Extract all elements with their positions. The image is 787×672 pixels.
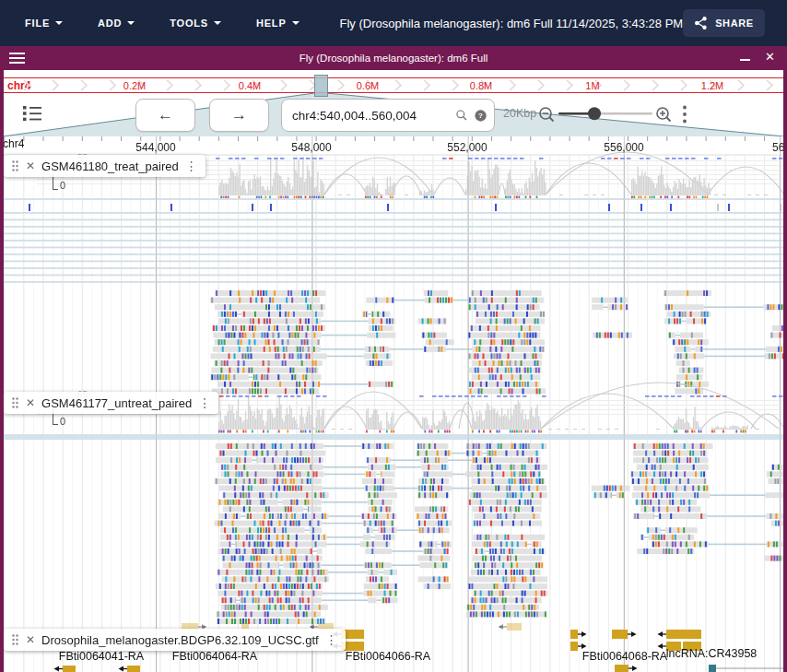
- view-frame-right: [783, 51, 787, 672]
- ruler-tick-label: 544,000: [135, 141, 175, 154]
- menu-tools-label: TOOLS: [170, 18, 208, 29]
- overview-tick: 0.6M: [357, 80, 379, 91]
- zoom-out-icon[interactable]: [540, 108, 554, 122]
- menu-file-label: FILE: [25, 18, 50, 29]
- app-bar: FILE ADD TOOLS HELP Fly (Drosophila mela…: [0, 0, 787, 46]
- location-search-box[interactable]: ?: [281, 99, 495, 132]
- zoom-level-label: 20Kbp: [503, 107, 536, 120]
- overview-tick: 0.8M: [470, 80, 492, 91]
- overview-tick: 1M: [585, 80, 599, 91]
- ruler-refname: chr4: [3, 137, 24, 150]
- jbrowse-window: FILE ADD TOOLS HELP Fly (Drosophila mela…: [0, 0, 787, 672]
- overview-tick: 0.4M: [239, 80, 261, 91]
- menu-add-label: ADD: [98, 18, 122, 29]
- pan-right-button[interactable]: →: [209, 99, 269, 132]
- drag-handle-icon[interactable]: [11, 633, 19, 646]
- zoom-slider-group: [538, 100, 676, 128]
- close-view-icon[interactable]: ✕: [765, 50, 775, 64]
- help-icon[interactable]: ?: [475, 108, 487, 124]
- close-track-icon[interactable]: ✕: [26, 397, 35, 408]
- view-menu-icon[interactable]: [9, 53, 25, 66]
- share-label: SHARE: [715, 18, 754, 29]
- drag-handle-icon[interactable]: [11, 396, 19, 409]
- view-frame-left: [0, 51, 4, 672]
- location-input[interactable]: [292, 109, 455, 123]
- ruler-tick-label: 552,000: [447, 141, 487, 154]
- menu-tools[interactable]: TOOLS: [170, 18, 221, 29]
- menu-help-label: HELP: [256, 18, 287, 29]
- close-track-icon[interactable]: ✕: [26, 160, 35, 171]
- menu-file[interactable]: FILE: [25, 18, 63, 29]
- view-header: Fly (Drosophila melanogaster): dm6 Full …: [0, 46, 787, 70]
- search-icon[interactable]: [455, 107, 468, 124]
- chevron-down-icon: [127, 21, 135, 25]
- chevron-down-icon: [292, 21, 300, 25]
- svg-text:?: ?: [478, 112, 483, 120]
- overview-tick: 1.2M: [701, 80, 723, 91]
- gene-label: FBti0064041-RA: [59, 650, 144, 663]
- overview-tick: 0.2M: [123, 80, 146, 91]
- navigation-toolbar: ← → ? 20Kbp: [0, 93, 787, 136]
- track2-ymin: 0: [60, 416, 65, 427]
- minimize-view-icon[interactable]: [740, 53, 750, 61]
- track1-ymin: 0: [60, 180, 65, 191]
- zoom-slider-thumb[interactable]: [588, 107, 601, 120]
- gene-label: FBti0064064-RA: [172, 650, 257, 663]
- session-title: Fly (Drosophila melanogaster): dm6 Full …: [340, 17, 684, 30]
- track-label-pill[interactable]: ✕ GSM461180_treat_paired ⋮: [4, 155, 206, 177]
- zoom-in-icon[interactable]: [657, 108, 671, 122]
- menu-help[interactable]: HELP: [256, 18, 300, 29]
- track-name: Drosophila_melanogaster.BDGP6.32.109_UCS…: [41, 633, 319, 647]
- zoom-slider[interactable]: [558, 107, 652, 120]
- pan-left-button[interactable]: ←: [135, 99, 195, 132]
- track-name: GSM461180_treat_paired: [41, 159, 179, 173]
- close-track-icon[interactable]: ✕: [26, 634, 35, 645]
- track-list-icon: [22, 104, 42, 123]
- ruler-tick-label: 548,000: [291, 141, 331, 154]
- track-menu-icon[interactable]: ⋮: [325, 633, 338, 646]
- arrow-right-icon: →: [231, 106, 247, 124]
- view-options-kebab-icon[interactable]: [682, 104, 687, 128]
- chevron-down-icon: [55, 21, 63, 25]
- arrow-left-icon: ←: [158, 106, 173, 124]
- ruler-tick-label: 556,000: [604, 141, 643, 154]
- track-menu-icon[interactable]: ⋮: [185, 159, 198, 172]
- gene-label: lncRNA:CR43958: [666, 647, 758, 660]
- gene-label: FBti0064068-RA: [582, 650, 667, 663]
- chevron-down-icon: [214, 21, 221, 25]
- share-button[interactable]: SHARE: [683, 9, 765, 37]
- menu-add[interactable]: ADD: [98, 18, 135, 29]
- overview-ruler[interactable]: chr4 0.2M 0.4M 0.6M 0.8M 1M 1.2M: [2, 77, 785, 93]
- view-title: Fly (Drosophila melanogaster): dm6 Full: [0, 53, 787, 64]
- track-label-pill[interactable]: ✕ Drosophila_melanogaster.BDGP6.32.109_U…: [4, 629, 346, 651]
- track-name: GSM461177_untreat_paired: [41, 396, 192, 410]
- gene-label: FBti0064066-RA: [346, 650, 430, 663]
- track-label-pill[interactable]: ✕ GSM461177_untreat_paired ⋮: [4, 392, 218, 414]
- track-menu-icon[interactable]: ⋮: [198, 396, 211, 409]
- drag-handle-icon[interactable]: [11, 159, 19, 172]
- track-selector-button[interactable]: [22, 104, 42, 126]
- share-icon: [694, 16, 708, 30]
